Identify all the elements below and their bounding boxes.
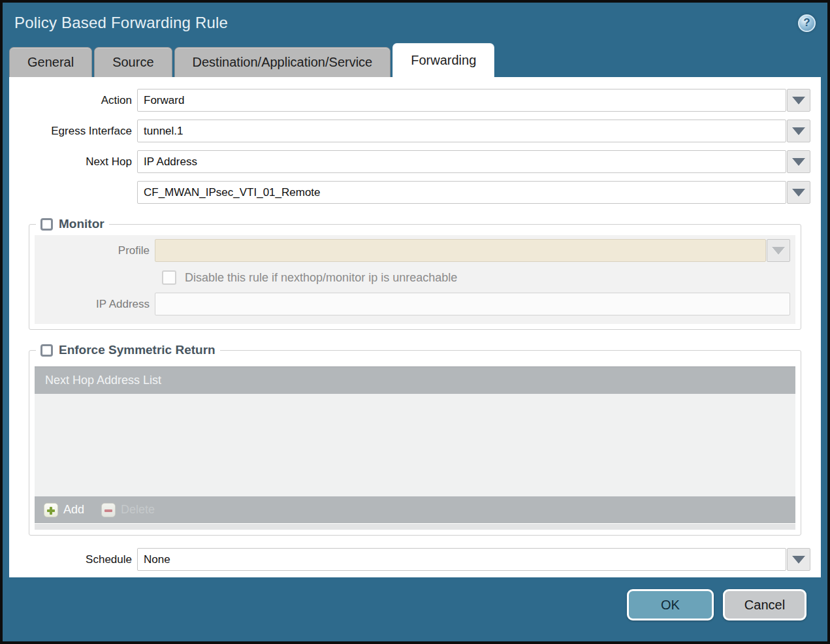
tab-source[interactable]: Source	[94, 47, 172, 77]
enforce-symmetric-return-group: Enforce Symmetric Return Next Hop Addres…	[29, 343, 801, 536]
monitor-profile-dropdown-button	[767, 239, 790, 262]
next-hop-combo	[137, 150, 810, 173]
monitor-ip-address-combo	[155, 293, 790, 315]
action-row: Action	[9, 89, 810, 112]
next-hop-address-combo	[137, 181, 810, 204]
egress-interface-combo	[137, 120, 810, 142]
next-hop-address-row	[9, 181, 810, 204]
chevron-down-icon	[792, 556, 805, 564]
chevron-down-icon	[792, 97, 805, 105]
next-hop-address-dropdown-button[interactable]	[787, 181, 810, 204]
enforce-symmetric-return-legend: Enforce Symmetric Return	[36, 343, 220, 357]
action-input[interactable]	[137, 89, 786, 112]
enforce-symmetric-return-legend-label: Enforce Symmetric Return	[59, 343, 215, 357]
dialog-title: Policy Based Forwarding Rule	[14, 14, 228, 32]
tab-bar: General Source Destination/Application/S…	[3, 43, 827, 77]
monitor-profile-row: Profile	[35, 239, 790, 262]
table-resize-grip[interactable]	[35, 524, 795, 530]
monitor-profile-label: Profile	[35, 244, 155, 257]
chevron-down-icon	[772, 247, 785, 255]
schedule-dropdown-button[interactable]	[787, 548, 810, 571]
monitor-ip-address-label: IP Address	[35, 298, 155, 311]
monitor-legend: Monitor	[36, 217, 109, 231]
tab-forwarding[interactable]: Forwarding	[392, 43, 494, 77]
plus-icon	[44, 503, 58, 517]
egress-interface-dropdown-button[interactable]	[787, 120, 810, 142]
help-icon[interactable]: ?	[798, 14, 816, 32]
action-dropdown-button[interactable]	[787, 89, 810, 112]
next-hop-row: Next Hop	[9, 150, 810, 173]
action-combo	[137, 89, 810, 112]
schedule-input[interactable]	[137, 548, 786, 571]
monitor-ip-address-input	[155, 293, 790, 315]
action-label: Action	[9, 94, 137, 107]
dialog-footer: OK Cancel	[3, 577, 827, 641]
tab-destination-application-service[interactable]: Destination/Application/Service	[174, 47, 391, 77]
monitor-disable-rule-row: Disable this rule if nexthop/monitor ip …	[162, 270, 790, 285]
next-hop-address-input[interactable]	[137, 181, 786, 204]
minus-icon	[101, 503, 116, 517]
ok-button[interactable]: OK	[627, 589, 714, 620]
monitor-ip-address-row: IP Address	[35, 293, 790, 315]
enforce-symmetric-return-checkbox[interactable]	[40, 344, 53, 357]
tab-general[interactable]: General	[9, 47, 92, 77]
next-hop-address-table-body[interactable]	[35, 394, 795, 496]
egress-interface-input[interactable]	[137, 120, 786, 142]
monitor-panel: Profile Disable this rule if nexthop/mon…	[35, 235, 795, 324]
egress-interface-label: Egress Interface	[9, 125, 137, 138]
chevron-down-icon	[792, 158, 805, 166]
policy-based-forwarding-dialog: Policy Based Forwarding Rule ? General S…	[0, 0, 830, 644]
chevron-down-icon	[792, 189, 805, 197]
next-hop-type-input[interactable]	[137, 150, 786, 173]
disable-rule-label: Disable this rule if nexthop/monitor ip …	[185, 271, 457, 285]
delete-button: Delete	[101, 503, 155, 517]
dialog-titlebar: Policy Based Forwarding Rule ?	[3, 3, 827, 43]
monitor-legend-label: Monitor	[59, 217, 104, 231]
add-button[interactable]: Add	[44, 503, 84, 517]
cancel-button[interactable]: Cancel	[723, 589, 806, 620]
monitor-profile-input	[155, 239, 766, 262]
chevron-down-icon	[792, 127, 805, 135]
next-hop-label: Next Hop	[9, 155, 137, 169]
schedule-combo	[137, 548, 810, 571]
next-hop-address-table-header: Next Hop Address List	[35, 366, 795, 394]
disable-rule-checkbox	[162, 270, 176, 285]
schedule-row: Schedule	[9, 548, 810, 571]
schedule-label: Schedule	[9, 553, 137, 566]
next-hop-address-table: Next Hop Address List Add Delete	[35, 366, 795, 530]
egress-interface-row: Egress Interface	[9, 120, 810, 142]
next-hop-dropdown-button[interactable]	[787, 150, 810, 173]
monitor-checkbox[interactable]	[40, 218, 53, 231]
next-hop-address-table-toolbar: Add Delete	[35, 496, 795, 523]
delete-button-label: Delete	[121, 503, 155, 517]
add-button-label: Add	[63, 503, 84, 517]
monitor-group: Monitor Profile Disable this rule	[29, 217, 801, 330]
tab-content-forwarding: Action Egress Interface Next Hop	[9, 77, 821, 577]
monitor-profile-combo	[155, 239, 790, 262]
